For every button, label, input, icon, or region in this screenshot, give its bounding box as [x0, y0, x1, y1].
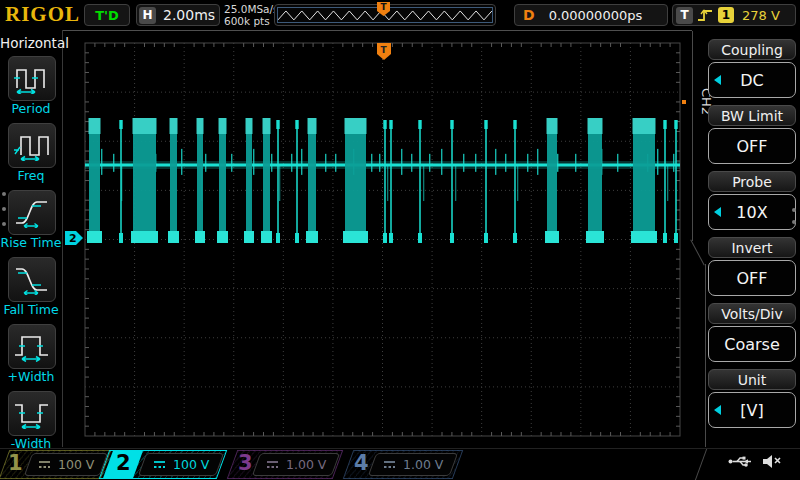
dc-coupling-icon [266, 460, 279, 470]
left-menu-title: Horizontal [0, 35, 62, 51]
rigol-logo: RIGOL [5, 2, 80, 27]
freq-button[interactable] [8, 123, 56, 168]
timebase-value: 2.00ms [163, 7, 215, 23]
trigger-level-value: 278 V [742, 8, 780, 23]
graticule-and-waveform: 2T [63, 30, 695, 447]
menu-item-unit[interactable]: Unit [V] [708, 369, 796, 428]
menu-item-invert[interactable]: Invert OFF [708, 237, 796, 296]
rising-edge-icon [697, 7, 714, 23]
menu-frame-line [692, 31, 693, 241]
delay-key-label: D [523, 7, 535, 23]
delay-readout: D 0.00000000ps [514, 4, 668, 26]
rise-time-icon [13, 197, 51, 228]
trigger-readout: T 1 278 V [672, 4, 796, 26]
channel-4-indicator[interactable]: 4 1.00 V [344, 449, 462, 480]
menu-item-coupling[interactable]: Coupling DC [708, 39, 796, 98]
fall-time-icon [13, 264, 51, 295]
menu-item-probe[interactable]: Probe 10X [708, 171, 796, 230]
dc-coupling-icon [38, 460, 51, 470]
memory-depth: 600k pts [224, 15, 279, 27]
page-dot [792, 220, 796, 224]
horizontal-measure-menu: Horizontal Period Freq Rise Time [0, 30, 63, 447]
trigger-source-badge: 1 [718, 7, 734, 23]
channel2-menu: CH2 Coupling DC BW Limit OFF Probe 10X I… [692, 30, 800, 447]
rise-time-label: Rise Time [0, 235, 62, 250]
option-arrow-icon [714, 75, 721, 85]
plus-width-icon [13, 331, 51, 362]
acquisition-readout: 25.0MSa/s 600k pts [224, 3, 279, 27]
waveform-display: 2T [63, 30, 695, 447]
page-dot [2, 222, 6, 226]
fall-time-button[interactable] [8, 257, 56, 302]
rise-time-button[interactable] [8, 190, 56, 235]
dc-coupling-icon [153, 460, 166, 470]
svg-text:2: 2 [69, 232, 77, 245]
horizontal-key-icon: H [139, 7, 156, 24]
option-arrow-icon [714, 207, 721, 217]
status-bar-divider [694, 449, 707, 480]
minus-width-button[interactable] [8, 391, 56, 436]
status-bar: RIGOL T'D H 2.00ms 25.0MSa/s 600k pts T … [0, 0, 800, 31]
freq-icon [13, 130, 51, 161]
page-dot [792, 208, 796, 212]
channel-3-indicator[interactable]: 3 1.00 V [228, 449, 342, 480]
page-dot [2, 207, 6, 211]
period-button[interactable] [8, 56, 56, 101]
plus-width-label: +Width [0, 369, 62, 384]
fall-time-label: Fall Time [0, 302, 62, 317]
delay-value: 0.00000000ps [549, 8, 643, 23]
trigger-key-icon: T [676, 7, 693, 24]
period-label: Period [0, 101, 62, 116]
menu-frame-line [690, 239, 704, 265]
menu-item-volts-div[interactable]: Volts/Div Coarse [708, 303, 796, 362]
freq-label: Freq [0, 168, 62, 183]
period-icon [13, 63, 51, 94]
menu-item-bw-limit[interactable]: BW Limit OFF [708, 105, 796, 164]
minus-width-icon [13, 398, 51, 429]
plus-width-button[interactable] [8, 324, 56, 369]
channel-2-indicator[interactable]: 2 100 V [100, 449, 226, 480]
usb-icon [728, 455, 752, 468]
sample-rate: 25.0MSa/s [224, 3, 279, 15]
trigger-status-badge: T'D [84, 4, 130, 26]
option-arrow-icon [714, 405, 721, 415]
speaker-muted-icon [762, 454, 782, 469]
oscilloscope-screen: RIGOL T'D H 2.00ms 25.0MSa/s 600k pts T … [0, 0, 800, 480]
menu-frame-line [705, 264, 706, 447]
channel-status-bar: 1 100 V 2 [0, 448, 800, 480]
svg-text:T: T [381, 45, 388, 55]
page-dot [2, 192, 6, 196]
dc-coupling-icon [383, 460, 396, 470]
channel-1-indicator[interactable]: 1 100 V [0, 449, 110, 480]
horizontal-timebase-readout: H 2.00ms [136, 4, 220, 26]
